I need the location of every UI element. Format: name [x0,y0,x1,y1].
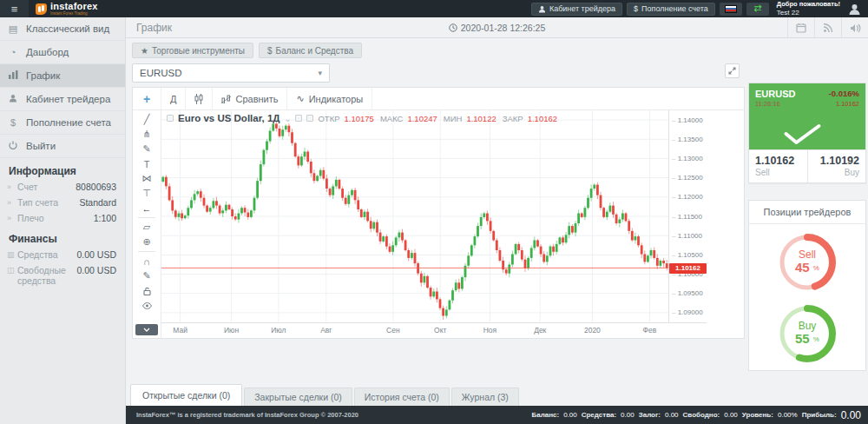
megaphone-icon[interactable] [841,17,868,37]
timeframe-button[interactable]: Д [161,88,186,109]
quote-header[interactable]: EURUSD 11:26:16 -0.016% 1.10162 [749,83,865,149]
price-tick-label: 1.09500 [672,289,703,297]
drawing-lock-tool[interactable]: ✎ [137,268,156,283]
ruler-tool[interactable]: ▱ [137,220,156,235]
time-axis[interactable]: МайИюнИюлАвгСенОктНояДек2020Фев [161,322,707,337]
compare-button[interactable]: Сравнить [213,88,287,109]
time-tick-label: Май [173,326,187,335]
chart-panel: + Д Сравнить ∿ Индикаторы ╱ ⋔ ✎ T ⋈ ⊤ [132,87,745,339]
open-label: ОТКР [318,114,339,123]
text-tool[interactable]: T [137,156,156,171]
balance-funds-button[interactable]: $ Баланс и Средства [259,43,362,58]
sidebar-item-deposit[interactable]: $ Пополнение счета [0,111,125,135]
sidebar-item-chart[interactable]: График [0,64,125,88]
time-tick-label: Ноя [483,326,496,335]
tab-account-history[interactable]: История счета (0) [354,388,450,406]
high-label: МАКС [380,114,404,123]
chevron-down-icon: ⌄ [284,114,291,123]
sell-price: 1.10162 [755,155,801,167]
hamburger-menu-icon[interactable]: ≡ [0,0,29,17]
calendar-icon[interactable] [787,17,814,37]
avatar-icon[interactable] [848,3,861,16]
pattern-tool[interactable]: ⋈ [137,171,156,186]
arrow-left-tool[interactable]: ← [137,201,156,215]
trend-line-tool[interactable]: ╱ [137,112,156,127]
time-tick-label: Июн [224,326,239,335]
breadcrumb-bar: График 2020-01-28 12:26:25 [126,17,868,38]
open-value: 1.10175 [345,114,374,123]
indicators-button[interactable]: ∿ Индикаторы [287,88,372,109]
chevron-right-icon: » [7,213,17,222]
price-tick-label: 1.11000 [672,232,702,240]
chart-type-button[interactable] [186,88,213,109]
price-axis[interactable]: 1.10162 1.090001.095001.100001.105001.11… [668,110,707,322]
exchange-icon[interactable]: ⇄ [746,3,769,16]
tab-open-trades[interactable]: Открытые сделки (0) [130,384,242,406]
time-tick-label: 2020 [584,326,601,335]
sidebar-item-classic-view[interactable]: ▤ Классический вид [0,17,125,41]
wave-icon: ∿ [296,93,304,104]
finance-section-title: Финансы [0,226,125,247]
profit-value: 0.00 [841,409,861,421]
finance-row-free-funds: ◫ Свободные средства 0.00 USD [0,262,125,288]
position-tool[interactable]: ⊤ [137,186,156,201]
welcome-text: Добро пожаловать! [777,1,840,9]
eye-tool[interactable] [137,298,156,313]
buy-quote-button[interactable]: 1.10192 Buy [807,150,866,182]
candlestick-chart-canvas[interactable] [161,110,668,322]
symbol-select[interactable]: EURUSD ▾ [132,63,330,83]
low-value: 1.10122 [466,114,496,123]
welcome-block: Добро пожаловать! Test 22 [777,1,840,17]
time-tick-label: Авг [320,326,332,335]
price-tick-label: 1.13000 [672,155,703,162]
magnet-tool[interactable]: ∩ [137,254,156,268]
info-section-title: Информация [0,158,125,179]
zoom-in-tool[interactable]: ⊕ [137,235,156,249]
lock-tool[interactable] [137,283,156,298]
rss-icon[interactable] [814,17,841,37]
page-title: График [136,22,172,34]
candles-icon [194,94,203,104]
low-label: МИН [444,114,463,123]
language-flag-button[interactable] [720,3,742,16]
trader-cabinet-button[interactable]: Кабинет трейдера [531,3,622,16]
sidebar-item-logout[interactable]: Выйти [0,135,125,158]
quote-last-price: 1.10162 [829,100,859,108]
brand-name: instaforex [50,2,98,11]
collapse-legend-icon[interactable] [167,115,174,122]
server-datetime: 2020-01-28 12:26:25 [126,23,868,33]
brush-tool[interactable]: ✎ [137,142,156,156]
sidebar-item-trader-cabinet[interactable]: Кабинет трейдера [0,88,125,111]
pitchfork-tool[interactable]: ⋔ [137,127,156,142]
chevron-right-icon: » [7,182,17,191]
power-icon [0,141,26,151]
account-stats: Баланс:0.00 Средства:0.00 Залог:0.00 Сво… [531,409,861,421]
tab-journal[interactable]: Журнал (3) [451,388,519,406]
trading-instruments-button[interactable]: ★ Торговые инструменты [132,43,253,58]
price-tick-label: 1.12500 [672,174,703,182]
dollar-icon: $ [634,4,638,13]
chevron-down-icon [143,328,150,332]
brand-tagline: Instant Forex Trading [50,12,98,17]
star-icon: ★ [141,46,148,56]
dashboard-icon: ◔ [0,47,26,57]
chevron-down-icon: ▾ [318,69,322,77]
fullscreen-button[interactable] [725,63,740,78]
collapse-tools-button[interactable] [135,324,158,335]
sell-quote-button[interactable]: 1.10162 Sell [749,150,807,182]
legend-close-icon[interactable] [306,115,313,122]
positions-title: Позиции трейдеров [749,201,865,224]
instaforex-logo-icon [36,3,47,15]
legend-settings-icon[interactable] [295,115,302,122]
copyright-text: InstaForex™ is a registered trademark of… [136,411,358,419]
buy-label: Buy [814,168,860,177]
brand-logo[interactable]: instaforex Instant Forex Trading [36,2,133,17]
expand-icon [728,67,736,75]
price-tick-label: 1.12000 [672,193,703,201]
tab-closed-trades[interactable]: Закрытые сделки (0) [244,388,352,406]
deposit-button[interactable]: $ Пополнение счета [627,3,715,16]
chart-toolbar: + Д Сравнить ∿ Индикаторы [133,88,744,110]
crosshair-icon[interactable]: + [133,88,161,109]
funds-icon: ▥ [7,249,17,259]
sidebar-item-dashboard[interactable]: ◔ Дашборд [0,41,125,64]
